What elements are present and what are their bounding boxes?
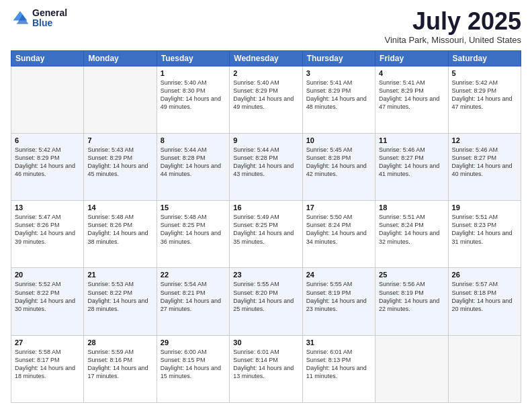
day-number: 15	[161, 203, 226, 212]
day-number: 22	[161, 271, 226, 279]
day-number: 11	[379, 136, 444, 144]
calendar-day-header: Tuesday	[157, 50, 229, 66]
calendar-cell	[84, 66, 157, 133]
calendar-table: SundayMondayTuesdayWednesdayThursdayFrid…	[11, 50, 521, 403]
cell-info: Sunrise: 5:40 AMSunset: 8:29 PMDaylight:…	[233, 79, 298, 111]
cell-info: Sunrise: 5:44 AMSunset: 8:28 PMDaylight:…	[161, 146, 226, 179]
calendar-cell: 20Sunrise: 5:52 AMSunset: 8:22 PMDayligh…	[11, 268, 84, 335]
calendar-cell	[448, 335, 521, 402]
calendar-day-header: Wednesday	[230, 50, 302, 66]
logo: General Blue	[11, 8, 67, 29]
calendar-cell: 25Sunrise: 5:56 AMSunset: 8:19 PMDayligh…	[375, 268, 448, 335]
calendar-cell: 9Sunrise: 5:44 AMSunset: 8:28 PMDaylight…	[230, 133, 302, 200]
day-number: 13	[15, 203, 80, 212]
header: General Blue July 2025 Vinita Park, Miss…	[11, 8, 521, 45]
day-number: 20	[15, 271, 80, 279]
cell-info: Sunrise: 5:55 AMSunset: 8:19 PMDaylight:…	[306, 280, 371, 313]
day-number: 8	[161, 136, 226, 144]
logo-text: General Blue	[32, 8, 67, 29]
cell-info: Sunrise: 5:40 AMSunset: 8:30 PMDaylight:…	[161, 79, 226, 111]
cell-info: Sunrise: 5:58 AMSunset: 8:17 PMDaylight:…	[15, 348, 80, 381]
calendar-cell: 22Sunrise: 5:54 AMSunset: 8:21 PMDayligh…	[157, 268, 229, 335]
day-number: 29	[161, 338, 226, 347]
day-number: 2	[233, 69, 298, 77]
cell-info: Sunrise: 5:57 AMSunset: 8:18 PMDaylight:…	[452, 280, 517, 313]
cell-info: Sunrise: 5:44 AMSunset: 8:28 PMDaylight:…	[233, 146, 298, 179]
day-number: 3	[306, 69, 371, 77]
cell-info: Sunrise: 5:48 AMSunset: 8:26 PMDaylight:…	[87, 213, 152, 246]
calendar-cell: 11Sunrise: 5:46 AMSunset: 8:27 PMDayligh…	[375, 133, 448, 200]
cell-info: Sunrise: 5:48 AMSunset: 8:25 PMDaylight:…	[161, 213, 226, 246]
cell-info: Sunrise: 5:54 AMSunset: 8:21 PMDaylight:…	[161, 280, 226, 313]
calendar-cell: 28Sunrise: 5:59 AMSunset: 8:16 PMDayligh…	[84, 335, 157, 402]
logo-general: General	[32, 8, 67, 18]
cell-info: Sunrise: 5:45 AMSunset: 8:28 PMDaylight:…	[306, 146, 371, 179]
calendar-cell: 24Sunrise: 5:55 AMSunset: 8:19 PMDayligh…	[302, 268, 375, 335]
calendar-week-row: 6Sunrise: 5:42 AMSunset: 8:29 PMDaylight…	[11, 133, 521, 200]
calendar-cell: 17Sunrise: 5:50 AMSunset: 8:24 PMDayligh…	[302, 201, 375, 268]
day-number: 14	[87, 203, 152, 212]
cell-info: Sunrise: 6:01 AMSunset: 8:14 PMDaylight:…	[233, 348, 298, 381]
location: Vinita Park, Missouri, United States	[384, 35, 521, 45]
calendar-day-header: Sunday	[11, 50, 84, 66]
calendar-cell: 27Sunrise: 5:58 AMSunset: 8:17 PMDayligh…	[11, 335, 84, 402]
day-number: 26	[452, 271, 517, 279]
calendar-header-row: SundayMondayTuesdayWednesdayThursdayFrid…	[11, 50, 521, 66]
calendar-cell	[11, 66, 84, 133]
cell-info: Sunrise: 5:51 AMSunset: 8:24 PMDaylight:…	[379, 213, 444, 246]
calendar-cell	[375, 335, 448, 402]
calendar-week-row: 27Sunrise: 5:58 AMSunset: 8:17 PMDayligh…	[11, 335, 521, 402]
cell-info: Sunrise: 5:42 AMSunset: 8:29 PMDaylight:…	[452, 79, 517, 111]
calendar-cell: 12Sunrise: 5:46 AMSunset: 8:27 PMDayligh…	[448, 133, 521, 200]
calendar-cell: 15Sunrise: 5:48 AMSunset: 8:25 PMDayligh…	[157, 201, 229, 268]
calendar-cell: 10Sunrise: 5:45 AMSunset: 8:28 PMDayligh…	[302, 133, 375, 200]
cell-info: Sunrise: 6:00 AMSunset: 8:15 PMDaylight:…	[161, 348, 226, 381]
day-number: 19	[452, 203, 517, 212]
cell-info: Sunrise: 5:59 AMSunset: 8:16 PMDaylight:…	[87, 348, 152, 381]
title-block: July 2025 Vinita Park, Missouri, United …	[384, 8, 521, 45]
day-number: 4	[379, 69, 444, 77]
cell-info: Sunrise: 6:01 AMSunset: 8:13 PMDaylight:…	[306, 348, 371, 381]
calendar-week-row: 13Sunrise: 5:47 AMSunset: 8:26 PMDayligh…	[11, 201, 521, 268]
cell-info: Sunrise: 5:46 AMSunset: 8:27 PMDaylight:…	[452, 146, 517, 179]
calendar-cell: 26Sunrise: 5:57 AMSunset: 8:18 PMDayligh…	[448, 268, 521, 335]
calendar-cell: 30Sunrise: 6:01 AMSunset: 8:14 PMDayligh…	[230, 335, 302, 402]
calendar-cell: 8Sunrise: 5:44 AMSunset: 8:28 PMDaylight…	[157, 133, 229, 200]
cell-info: Sunrise: 5:53 AMSunset: 8:22 PMDaylight:…	[87, 280, 152, 313]
calendar-week-row: 1Sunrise: 5:40 AMSunset: 8:30 PMDaylight…	[11, 66, 521, 133]
calendar-cell: 18Sunrise: 5:51 AMSunset: 8:24 PMDayligh…	[375, 201, 448, 268]
logo-blue: Blue	[32, 18, 67, 28]
calendar-day-header: Friday	[375, 50, 448, 66]
day-number: 17	[306, 203, 371, 212]
day-number: 30	[233, 338, 298, 347]
day-number: 24	[306, 271, 371, 279]
day-number: 28	[87, 338, 152, 347]
day-number: 10	[306, 136, 371, 144]
calendar-week-row: 20Sunrise: 5:52 AMSunset: 8:22 PMDayligh…	[11, 268, 521, 335]
day-number: 6	[15, 136, 80, 144]
cell-info: Sunrise: 5:52 AMSunset: 8:22 PMDaylight:…	[15, 280, 80, 313]
cell-info: Sunrise: 5:47 AMSunset: 8:26 PMDaylight:…	[15, 213, 80, 246]
day-number: 16	[233, 203, 298, 212]
calendar-cell: 29Sunrise: 6:00 AMSunset: 8:15 PMDayligh…	[157, 335, 229, 402]
month-title: July 2025	[384, 8, 521, 35]
calendar-cell: 13Sunrise: 5:47 AMSunset: 8:26 PMDayligh…	[11, 201, 84, 268]
calendar-cell: 19Sunrise: 5:51 AMSunset: 8:23 PMDayligh…	[448, 201, 521, 268]
cell-info: Sunrise: 5:41 AMSunset: 8:29 PMDaylight:…	[379, 79, 444, 111]
calendar-cell: 2Sunrise: 5:40 AMSunset: 8:29 PMDaylight…	[230, 66, 302, 133]
logo-icon	[11, 9, 30, 28]
day-number: 9	[233, 136, 298, 144]
day-number: 31	[306, 338, 371, 347]
calendar-day-header: Monday	[84, 50, 157, 66]
calendar-cell: 21Sunrise: 5:53 AMSunset: 8:22 PMDayligh…	[84, 268, 157, 335]
cell-info: Sunrise: 5:51 AMSunset: 8:23 PMDaylight:…	[452, 213, 517, 246]
calendar-cell: 4Sunrise: 5:41 AMSunset: 8:29 PMDaylight…	[375, 66, 448, 133]
calendar-cell: 14Sunrise: 5:48 AMSunset: 8:26 PMDayligh…	[84, 201, 157, 268]
day-number: 21	[87, 271, 152, 279]
cell-info: Sunrise: 5:43 AMSunset: 8:29 PMDaylight:…	[87, 146, 152, 179]
cell-info: Sunrise: 5:41 AMSunset: 8:29 PMDaylight:…	[306, 79, 371, 111]
calendar-cell: 23Sunrise: 5:55 AMSunset: 8:20 PMDayligh…	[230, 268, 302, 335]
cell-info: Sunrise: 5:46 AMSunset: 8:27 PMDaylight:…	[379, 146, 444, 179]
day-number: 12	[452, 136, 517, 144]
calendar-cell: 6Sunrise: 5:42 AMSunset: 8:29 PMDaylight…	[11, 133, 84, 200]
